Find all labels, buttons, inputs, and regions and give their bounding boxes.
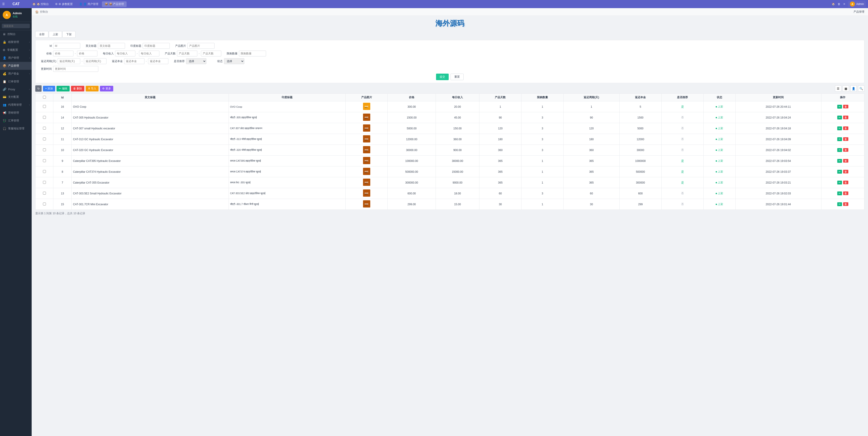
delete-row-button[interactable]: 🗑 — [843, 159, 848, 163]
delete-row-button[interactable]: 🗑 — [843, 127, 848, 130]
sidebar-search-input[interactable] — [2, 24, 30, 28]
sidebar-item-console[interactable]: 🖥 控制台 — [0, 30, 32, 38]
filter-status-select[interactable]: 选择 上架 下架 — [224, 58, 244, 64]
close-icon[interactable]: ✕ — [843, 2, 845, 6]
tab-on[interactable]: 上架 — [49, 31, 62, 38]
sidebar-item-orders[interactable]: 📋 订单管理 — [0, 78, 32, 86]
row-select-checkbox[interactable] — [43, 181, 46, 184]
row-select-checkbox[interactable] — [43, 105, 46, 108]
sidebar-item-agents[interactable]: 👥 代理商管理 ‹ — [0, 101, 32, 109]
sidebar-item-proxy[interactable]: 🔗 Proxy ‹ — [0, 86, 32, 93]
delete-row-button[interactable]: 🗑 — [843, 105, 848, 108]
sidebar-item-config[interactable]: ⚙ 常规配置 ‹ — [0, 46, 32, 54]
nav-item-users[interactable]: 👤 👤 用户管理 — [76, 1, 101, 7]
home-icon[interactable]: 🏠 — [832, 2, 835, 6]
refresh-button[interactable]: ↻ — [35, 86, 41, 92]
row-daily: 9000.00 — [436, 177, 479, 188]
sidebar-item-products[interactable]: 📦 产品管理 — [0, 62, 32, 70]
edit-row-button[interactable]: ✏ — [837, 192, 842, 195]
row-select-checkbox[interactable] — [43, 148, 46, 151]
reset-button[interactable]: 重置 — [451, 74, 464, 80]
row-days: 360 — [479, 145, 521, 156]
user-icon: 👤 — [3, 56, 6, 60]
row-daily: 18.00 — [436, 188, 479, 199]
filter-cycle-max[interactable] — [84, 58, 106, 64]
select-all-checkbox[interactable] — [43, 96, 46, 99]
filter-limit-input[interactable] — [239, 51, 266, 57]
filter-principal-max[interactable] — [148, 58, 168, 64]
add-button[interactable]: + 添加 — [43, 86, 55, 92]
row-select-checkbox[interactable] — [43, 203, 46, 205]
nav-item-params[interactable]: ⚙ ⚙ 参数配置 — [53, 1, 75, 7]
row-en-title: Caterpillar CAT395 Hydraulic Excavator — [71, 156, 228, 166]
edit-row-button[interactable]: ✏ — [837, 148, 842, 152]
row-img — [345, 145, 388, 156]
filter-en-input[interactable] — [98, 43, 125, 49]
filter-id-input[interactable] — [53, 43, 80, 49]
row-select-checkbox[interactable] — [43, 127, 46, 130]
sidebar-item-exchange[interactable]: 💱 汇率管理 — [0, 117, 32, 125]
svg-point-18 — [365, 139, 366, 140]
edit-row-button[interactable]: ✏ — [837, 127, 842, 130]
filter-time-input[interactable] — [53, 66, 98, 72]
more-button[interactable]: ⚙ 更多 — [100, 86, 113, 92]
filter-img-input[interactable] — [187, 43, 215, 49]
filter-price-min[interactable] — [53, 51, 73, 57]
row-select-checkbox[interactable] — [43, 192, 46, 195]
filter-income-min[interactable] — [115, 51, 135, 57]
edit-row-button[interactable]: ✏ — [837, 202, 842, 206]
row-ind-title: CAT-307 छोटा हाइड्रोलिक उत्खनन — [228, 123, 345, 134]
filter-days-max[interactable] — [201, 51, 221, 57]
column-settings-button[interactable]: 👤 — [850, 86, 857, 92]
user-badge[interactable]: A Admin — [848, 1, 866, 7]
filter-ind-input[interactable] — [143, 43, 170, 49]
row-select-checkbox[interactable] — [43, 170, 46, 173]
row-select-checkbox[interactable] — [43, 137, 46, 140]
list-view-button[interactable]: ☰ — [835, 86, 841, 92]
filter-days-min[interactable] — [177, 51, 197, 57]
col-checkbox — [35, 94, 53, 101]
row-select-checkbox[interactable] — [43, 159, 46, 162]
delete-row-button[interactable]: 🗑 — [843, 202, 848, 206]
sidebar-item-permissions[interactable]: 🔒 权限管理 ‹ — [0, 38, 32, 46]
trash-icon[interactable]: 🗑 — [838, 2, 840, 6]
row-select-checkbox[interactable] — [43, 116, 46, 119]
hamburger-button[interactable]: ☰ — [2, 2, 5, 6]
nav-item-products[interactable]: 📦 📦 产品管理 — [102, 1, 127, 7]
sidebar-item-marketing[interactable]: 📢 营销管理 — [0, 109, 32, 117]
edit-row-button[interactable]: ✏ — [837, 170, 842, 174]
nav-item-console[interactable]: 🏠 🏠 控制台 — [30, 1, 52, 7]
row-img — [345, 112, 388, 123]
filter-income-max[interactable] — [139, 51, 159, 57]
sidebar-item-users[interactable]: 👤 用户管理 ‹ — [0, 54, 32, 62]
row-ind-title: CAT-303.5E2 छोटा हाइड्रोलिक खुदाई — [228, 188, 345, 199]
delete-row-button[interactable]: 🗑 — [843, 115, 848, 119]
edit-row-button[interactable]: ✏ — [837, 115, 842, 120]
row-updated: 2022-07-26 19:04:18 — [735, 123, 821, 134]
submit-button[interactable]: 提交 — [436, 74, 449, 80]
delete-row-button[interactable]: 🗑 — [843, 192, 848, 195]
sidebar-item-payment[interactable]: 💳 支付配置 — [0, 93, 32, 101]
filter-recommend-select[interactable]: 选择 是 否 — [186, 58, 206, 64]
delete-button[interactable]: 🗑 删除 — [71, 86, 84, 92]
delete-row-button[interactable]: 🗑 — [843, 181, 848, 184]
filter-principal-min[interactable] — [124, 58, 145, 64]
delete-row-button[interactable]: 🗑 — [843, 137, 848, 141]
import-button[interactable]: ⬆ 导入 — [86, 86, 98, 92]
tab-all[interactable]: 全部 — [35, 31, 49, 38]
table-search-button[interactable]: 🔍 — [858, 86, 864, 92]
delete-row-button[interactable]: 🗑 — [843, 170, 848, 173]
edit-row-button[interactable]: ✏ — [837, 137, 842, 141]
tab-off[interactable]: 下架 — [62, 31, 75, 38]
recommend-no: 否 — [681, 203, 684, 206]
grid-view-button[interactable]: ▦ — [843, 86, 849, 92]
sidebar-item-funds[interactable]: 💰 用户资金 ‹ — [0, 70, 32, 78]
delete-row-button[interactable]: 🗑 — [843, 148, 848, 152]
filter-cycle-min[interactable] — [58, 58, 80, 64]
edit-row-button[interactable]: ✏ — [837, 105, 842, 109]
edit-row-button[interactable]: ✏ — [837, 181, 842, 185]
sidebar-item-service[interactable]: 🎧 客服地址管理 — [0, 125, 32, 133]
filter-price-max[interactable] — [77, 51, 97, 57]
edit-button[interactable]: ✏ 编辑 — [57, 86, 69, 92]
edit-row-button[interactable]: ✏ — [837, 159, 842, 163]
